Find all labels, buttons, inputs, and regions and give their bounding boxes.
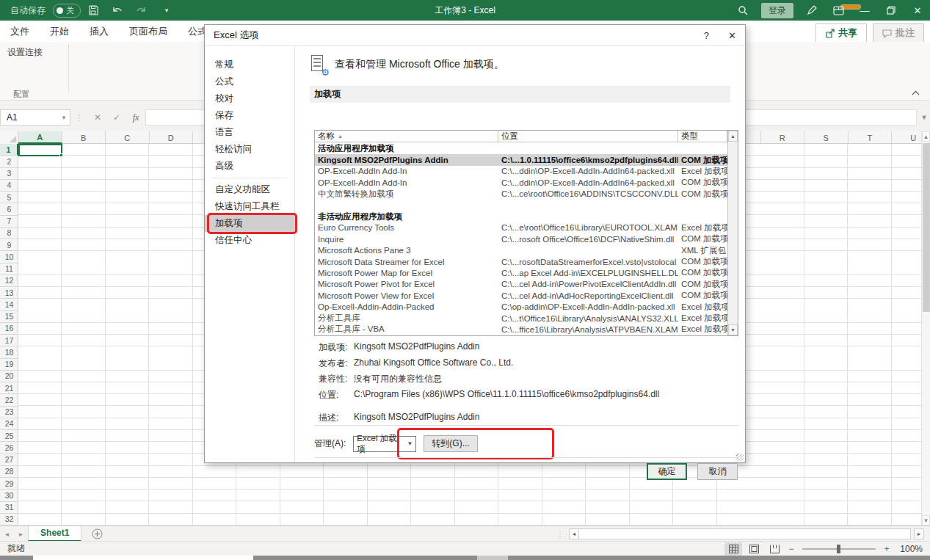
row-header-23[interactable]: 23: [0, 407, 18, 418]
table-row[interactable]: 中文简繁转换加载项C:\...ce\root\Office16\ADDINS\T…: [315, 189, 727, 200]
ribbon-display-options-icon[interactable]: [826, 0, 851, 21]
selected-cell-A1[interactable]: [18, 144, 62, 156]
scroll-down-icon[interactable]: ▼: [922, 515, 930, 526]
row-header-20[interactable]: 20: [0, 371, 18, 382]
setup-connection-button[interactable]: 设置连接: [7, 46, 43, 59]
splitter-grip[interactable]: ⋮: [556, 530, 564, 538]
sidebar-item-语言[interactable]: 语言: [205, 124, 294, 141]
table-scroll-up-icon[interactable]: ▲: [728, 131, 738, 142]
expand-formula-bar-icon[interactable]: ▼: [918, 114, 930, 121]
row-header-31[interactable]: 31: [0, 502, 18, 514]
vertical-scroll-thumb[interactable]: [923, 143, 930, 312]
column-header-name[interactable]: 名称▲: [315, 131, 498, 142]
zoom-out-icon[interactable]: −: [786, 544, 796, 554]
column-header-B[interactable]: B: [62, 131, 106, 144]
name-box[interactable]: A1 ▼: [0, 109, 70, 126]
row-header-15[interactable]: 15: [0, 311, 18, 323]
sheet-tab-sheet1[interactable]: Sheet1: [28, 526, 81, 542]
comments-button[interactable]: 批注: [873, 23, 924, 43]
confirm-entry-icon[interactable]: ✓: [107, 112, 126, 123]
share-button[interactable]: 共享: [815, 23, 867, 43]
table-row[interactable]: Euro Currency ToolsC:\...e\root\Office16…: [315, 222, 727, 233]
row-header-5[interactable]: 5: [0, 192, 18, 203]
row-header-21[interactable]: 21: [0, 382, 18, 394]
restore-button[interactable]: [879, 0, 904, 21]
dialog-help-button[interactable]: ?: [704, 30, 709, 41]
column-header-R[interactable]: R: [761, 131, 805, 144]
cancel-entry-icon[interactable]: ✕: [88, 112, 107, 123]
zoom-slider-thumb[interactable]: [837, 545, 840, 553]
table-scroll-down-icon[interactable]: ▼: [728, 324, 738, 335]
sign-in-button[interactable]: 登录: [761, 3, 793, 18]
undo-icon[interactable]: [112, 5, 128, 15]
row-header-28[interactable]: 28: [0, 466, 18, 478]
table-row[interactable]: Microsoft Power Pivot for ExcelC:\...cel…: [315, 279, 727, 290]
zoom-in-icon[interactable]: +: [882, 544, 892, 554]
sidebar-item-加载项[interactable]: 加载项: [205, 215, 294, 232]
row-header-9[interactable]: 9: [0, 239, 18, 251]
sidebar-item-常规[interactable]: 常规: [205, 57, 294, 73]
dialog-resize-grip[interactable]: [736, 454, 744, 461]
redo-icon[interactable]: [135, 5, 151, 15]
collapse-ribbon-icon[interactable]: [912, 90, 920, 95]
row-header-4[interactable]: 4: [0, 180, 18, 192]
zoom-slider[interactable]: [802, 548, 876, 550]
row-header-19[interactable]: 19: [0, 359, 18, 371]
sidebar-item-快速访问工具栏[interactable]: 快速访问工具栏: [205, 198, 294, 215]
save-icon[interactable]: [88, 5, 104, 15]
manage-dropdown[interactable]: Excel 加载项 ▼: [353, 436, 416, 452]
row-header-30[interactable]: 30: [0, 490, 18, 501]
normal-view-icon[interactable]: [724, 542, 742, 556]
column-header-S[interactable]: S: [804, 131, 849, 144]
pen-icon[interactable]: [799, 0, 824, 21]
row-header-32[interactable]: 32: [0, 514, 18, 526]
row-header-25[interactable]: 25: [0, 430, 18, 442]
fill-handle[interactable]: [59, 153, 63, 157]
hscroll-right-icon[interactable]: ▸: [914, 528, 924, 539]
sidebar-item-公式[interactable]: 公式: [205, 73, 294, 90]
row-header-1[interactable]: 1: [0, 144, 18, 156]
table-scrollbar[interactable]: ▲ ▼: [727, 131, 738, 335]
search-icon[interactable]: [730, 0, 755, 21]
scroll-up-icon[interactable]: ▲: [922, 131, 930, 142]
formula-bar-grip[interactable]: ⋮: [70, 113, 88, 123]
ribbon-tab-页面布局[interactable]: 页面布局: [119, 21, 178, 42]
row-header-10[interactable]: 10: [0, 251, 18, 263]
page-break-preview-icon[interactable]: [766, 542, 783, 556]
select-all-corner[interactable]: [0, 131, 18, 144]
row-header-24[interactable]: 24: [0, 418, 18, 430]
cancel-button[interactable]: 取消: [697, 463, 738, 480]
close-button[interactable]: ✕: [905, 0, 930, 21]
row-header-29[interactable]: 29: [0, 478, 18, 490]
vertical-scrollbar[interactable]: ▲ ▼: [921, 131, 930, 526]
sidebar-item-保存[interactable]: 保存: [205, 107, 294, 124]
row-header-12[interactable]: 12: [0, 275, 18, 287]
sidebar-item-校对[interactable]: 校对: [205, 90, 294, 107]
table-row[interactable]: Microsoft Power View for ExcelC:\...cel …: [315, 290, 727, 301]
sheet-prev-icon[interactable]: ◂: [0, 530, 14, 538]
ribbon-tab-插入[interactable]: 插入: [79, 21, 119, 42]
autosave-toggle[interactable]: 关: [53, 4, 81, 18]
name-box-dropdown-icon[interactable]: ▼: [61, 114, 67, 121]
table-row[interactable]: OP-Excell-AddIn Add-InC:\...ddin\OP-Exce…: [315, 177, 727, 188]
row-header-6[interactable]: 6: [0, 203, 18, 215]
column-header-type[interactable]: 类型: [678, 131, 727, 142]
sheet-next-icon[interactable]: ▸: [14, 530, 28, 538]
column-header-location[interactable]: 位置: [498, 131, 678, 142]
table-row[interactable]: Microsoft Data Streamer for ExcelC:\...r…: [315, 256, 727, 267]
row-header-18[interactable]: 18: [0, 346, 18, 358]
table-row[interactable]: OP-Excell-AddIn Add-InC:\...ddin\OP-Exce…: [315, 166, 727, 177]
zoom-level[interactable]: 100%: [895, 544, 923, 554]
table-row[interactable]: 分析工具库 - VBAC:\...ffice16\Library\Analysi…: [315, 324, 727, 335]
row-header-17[interactable]: 17: [0, 335, 18, 346]
quick-access-dropdown-icon[interactable]: ▾: [159, 7, 175, 14]
row-header-13[interactable]: 13: [0, 287, 18, 299]
ribbon-tab-文件[interactable]: 文件: [0, 21, 40, 42]
row-header-8[interactable]: 8: [0, 228, 18, 239]
go-button[interactable]: 转到(G)...: [424, 435, 477, 452]
table-row[interactable]: 分析工具库C:\...t\Office16\Library\Analysis\A…: [315, 313, 727, 324]
sidebar-item-高级[interactable]: 高级: [205, 158, 294, 175]
row-header-11[interactable]: 11: [0, 263, 18, 275]
row-header-27[interactable]: 27: [0, 454, 18, 466]
ok-button[interactable]: 确定: [647, 463, 687, 480]
